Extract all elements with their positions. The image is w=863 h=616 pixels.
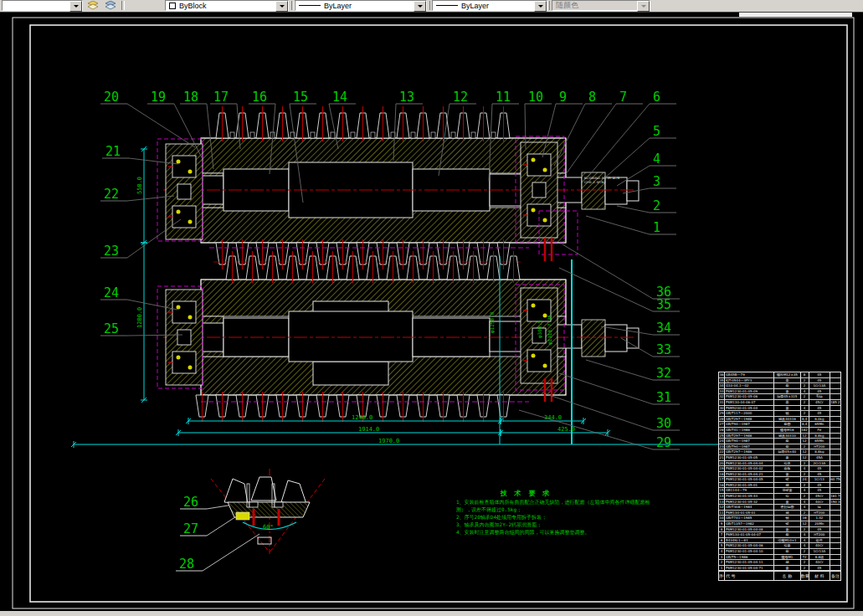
callout-25: 25 bbox=[104, 321, 119, 336]
technical-requirement-line: 3、轴承及内齿圈加2Y-2钙基润滑脂； bbox=[456, 521, 603, 528]
bom-row: 28GB/T297—1988轴承303168,46.0kg bbox=[719, 417, 840, 423]
callout-20: 20 bbox=[104, 90, 119, 105]
diameter-label: φ1318.7·35 bbox=[547, 314, 553, 345]
bom-row: 8PSM1230-01-05-04-08套245 bbox=[719, 527, 840, 533]
diameter-label: φ1258.8 bbox=[489, 311, 496, 333]
callout-18: 18 bbox=[183, 90, 198, 105]
bom-row: 4PSM1230-01-05-04-10垫21Cr13A bbox=[719, 549, 840, 555]
bom-row: 36GB45B—79螺栓M12×35845 bbox=[719, 372, 840, 378]
dimension-label: 1914.0 bbox=[358, 426, 379, 433]
bom-row: 31PSM130-04-06-07盖245Cr185 212 bbox=[719, 400, 840, 406]
bom-row: 30PSM5200-01-05-04套445 bbox=[719, 406, 840, 412]
callout-28: 28 bbox=[179, 557, 194, 572]
callout-23: 23 bbox=[104, 244, 119, 259]
bom-row: 18PSM1230-01-05-04-21套245 bbox=[719, 472, 840, 478]
color-swatch-icon bbox=[169, 3, 176, 9]
lineweight-control-value: ByLayer bbox=[461, 2, 489, 10]
callout-3: 3 bbox=[653, 174, 660, 189]
chevron-down-icon bbox=[637, 1, 650, 12]
bom-row: 13PSM1230-01-05-32套440Cr190 344 bbox=[719, 500, 840, 506]
callout-6: 6 bbox=[653, 90, 660, 105]
plotstyle-control-value: 随颜色 bbox=[556, 0, 578, 11]
dimension-label: 1200.0 bbox=[136, 307, 143, 328]
callout-11: 11 bbox=[496, 90, 511, 105]
bom-row: 21PSM1230-01-05-05套1245A bbox=[719, 455, 840, 461]
make-layer-current-icon[interactable] bbox=[85, 0, 100, 11]
bom-row: 32PSM1230-01-05-06毡圈45×3152毛毡 bbox=[719, 394, 840, 400]
callout-33: 33 bbox=[656, 342, 671, 357]
bom-row: 12GB/T308—1984密封毡圈4毡 bbox=[719, 505, 840, 511]
callout-17: 17 bbox=[213, 90, 229, 105]
tooth-detail-view: 60° bbox=[211, 469, 325, 554]
layer-combo[interactable] bbox=[2, 0, 83, 11]
callout-21: 21 bbox=[105, 144, 121, 159]
technical-requirement-line: 4、安装时注意调整两齿辊间的间隙，可以更换调整垫调整。 bbox=[456, 528, 603, 536]
bom-row: 9GB/T1357—1982键1220Mn bbox=[719, 521, 840, 527]
color-control-combo[interactable]: ByBlock bbox=[165, 0, 289, 11]
callout-30: 30 bbox=[656, 416, 671, 431]
detail-angle-label: 60° bbox=[263, 524, 274, 531]
callout-24: 24 bbox=[104, 285, 119, 300]
technical-requirement-line: 2、序号20轴承D4处须用专用拆子拆装； bbox=[456, 513, 603, 521]
chevron-down-icon[interactable] bbox=[414, 1, 426, 12]
callout-26: 26 bbox=[183, 495, 198, 510]
callout-31: 31 bbox=[656, 390, 671, 405]
bom-row: 7PSM130-01-05-04-07垫4HT200 bbox=[719, 532, 840, 538]
bom-row: 6B434SL1—81油嘴M10×14组件 bbox=[719, 538, 840, 544]
bill-of-materials-table: 36GB45B—79螺栓M12×3584535KJT-0544—3PY3盖245… bbox=[718, 372, 841, 581]
bom-row: 33PSM1230-01-05-09套445 bbox=[719, 389, 840, 395]
callout-12: 12 bbox=[453, 90, 468, 105]
callout-10: 10 bbox=[528, 90, 543, 105]
callout-1: 1 bbox=[653, 220, 660, 235]
callout-14: 14 bbox=[332, 90, 347, 105]
linetype-control-combo[interactable]: ByLayer bbox=[295, 0, 427, 11]
technical-requirement-line: 1、安装前检查箱体内所有曲面配合正确无缺陷，进行配磨（左箱体中间各件详细配磨检 bbox=[456, 498, 603, 506]
chevron-down-icon[interactable] bbox=[534, 1, 547, 12]
callout-2: 2 bbox=[653, 198, 660, 213]
callout-16: 16 bbox=[252, 90, 267, 105]
bom-row: 35KJT-0544—3PY3盖245 bbox=[719, 378, 840, 384]
diameter-label: φ300.5 bbox=[537, 320, 543, 338]
layer-properties-icon[interactable] bbox=[102, 0, 118, 11]
callout-29: 29 bbox=[656, 435, 671, 450]
callout-4: 4 bbox=[653, 151, 660, 167]
callout-13: 13 bbox=[399, 90, 414, 105]
toolbar-separator bbox=[121, 1, 125, 10]
bom-row: 3GB/T5—1986螺母M1728.8级 bbox=[719, 555, 840, 561]
bom-row: 19PSM1230-01-05-04-02齿板445 bbox=[719, 466, 840, 472]
linetype-sample-icon bbox=[299, 5, 321, 6]
bom-row: 11PSM130-01-05-01轴2HT200 bbox=[719, 511, 840, 516]
chevron-down-icon[interactable] bbox=[275, 1, 288, 12]
callout-9: 9 bbox=[559, 90, 567, 105]
bom-row: 2PSM1230-01-05-04-11轴240Cr bbox=[719, 560, 840, 566]
technical-requirements-title: 技 术 要 求 bbox=[480, 489, 572, 498]
technical-requirement-line: 测），误差不得超过0.5kg； bbox=[456, 506, 603, 513]
bom-row: 17PSM1230-01-05-04-05键241Cr1360 750 bbox=[719, 477, 840, 483]
bom-row: 10GB/T741—1985销161.42 bbox=[719, 516, 840, 521]
bom-row: 34G10-04.1—02垫21Cr13A bbox=[719, 383, 840, 389]
bom-row: 16PSM1230-01-05-01轴245 bbox=[719, 483, 840, 489]
dimension-label: 425.0 bbox=[557, 426, 575, 433]
bom-row: 24GB/T94—1987垫1265Mn bbox=[719, 439, 840, 444]
callout-7: 7 bbox=[619, 90, 627, 105]
dimension-label: 550.0 bbox=[136, 177, 143, 194]
chevron-down-icon[interactable] bbox=[69, 1, 82, 12]
bom-row: 20PSM1230-01-05-04-04辊体22Cr13A bbox=[719, 461, 840, 467]
cad-application-window: ByBlock ByLayer ByLayer 随颜色 bbox=[0, 0, 863, 616]
callout-34: 34 bbox=[656, 321, 671, 336]
bom-row: 29GB/T117—2000销245 bbox=[719, 411, 840, 417]
callout-35: 35 bbox=[656, 297, 671, 312]
color-control-value: ByBlock bbox=[179, 2, 207, 10]
callout-32: 32 bbox=[656, 366, 671, 381]
dimension-label: 1970.0 bbox=[378, 438, 399, 444]
bom-row: 1PSM1230-01-05-04-71套245 bbox=[719, 566, 840, 572]
lineweight-control-combo[interactable]: ByLayer bbox=[432, 0, 547, 11]
bom-row: 26GB/T41—1986螺母M16182Fe bbox=[719, 428, 840, 434]
technical-requirements: 技 术 要 求 1、安装前检查箱体内所有曲面配合正确无缺陷，进行配磨（左箱体中间… bbox=[456, 489, 603, 536]
bom-row: 15GB1144—79花键套445 bbox=[719, 488, 840, 494]
bom-row: 27GB/T94—1987垫圈8,465Mn bbox=[719, 422, 840, 428]
shaft-end-note: N1/GB5843-86-2R-4L/B bbox=[584, 177, 619, 180]
command-line-edge bbox=[0, 611, 863, 616]
dimension-label: 1248.0 bbox=[352, 414, 372, 421]
callout-15: 15 bbox=[293, 90, 308, 105]
